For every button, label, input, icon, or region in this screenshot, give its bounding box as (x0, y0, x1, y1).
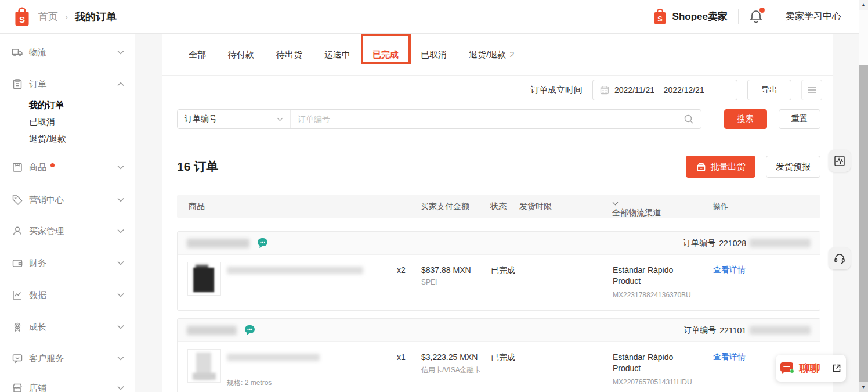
notification-bell-icon[interactable] (749, 9, 764, 24)
list-settings-button[interactable] (801, 80, 822, 100)
date-range-picker[interactable]: 2022/11/21 – 2022/12/21 (592, 80, 737, 100)
performance-monitor-button[interactable] (829, 150, 851, 172)
order-card: 订单编号 221101 规格: 2 metros x1 $3,223.25 MX… (177, 318, 820, 392)
page-scrollbar[interactable]: ▲ ▼ (859, 0, 868, 392)
sidebar-item-my-orders[interactable]: 我的订单 (0, 96, 135, 114)
product-image[interactable] (187, 349, 221, 383)
column-amount: 买家支付金额 (421, 202, 469, 212)
order-count: 16 订单 (177, 159, 218, 175)
product-spec: 规格: 2 metros (227, 378, 272, 388)
sidebar-label: 退货/退款 (29, 134, 66, 145)
search-row: 订单编号 搜索 重置 (177, 109, 820, 129)
sidebar-item-customer-service[interactable]: 客户服务 (0, 350, 135, 367)
sidebar-label: 已取消 (29, 117, 55, 128)
chat-buyer-icon[interactable] (258, 238, 269, 249)
order-quantity: x1 (397, 353, 406, 362)
sidebar-item-marketing[interactable]: 营销中心 (0, 191, 135, 208)
logistics-channel: Estándar Rápido Product (613, 352, 688, 374)
scroll-down-button[interactable]: ▼ (859, 382, 868, 392)
chevron-up-icon (117, 82, 124, 87)
new-badge-dot (50, 163, 55, 167)
sidebar-item-growth[interactable]: 成长 (0, 318, 135, 336)
view-details-link[interactable]: 查看详情 (713, 265, 746, 275)
breadcrumb-home[interactable]: 首页 (38, 10, 58, 23)
breadcrumb-separator-icon: › (65, 12, 68, 21)
chat-buyer-icon[interactable] (245, 325, 256, 336)
support-button[interactable] (829, 247, 851, 269)
brand-home-link[interactable]: S Shopee卖家 (652, 8, 728, 26)
logistics-channel-filter[interactable]: 全部物流渠道 (612, 202, 619, 206)
chevron-down-icon (117, 325, 124, 329)
chat-icon (780, 362, 794, 374)
export-button[interactable]: 导出 (747, 80, 791, 100)
logistics-cell: Estándar Rápido Product MX22317882413637… (613, 265, 691, 299)
order-number-value: 221028 (719, 239, 746, 248)
sidebar-item-finance[interactable]: 财务 (0, 254, 135, 272)
tab-cancelled[interactable]: 已取消 (421, 49, 447, 60)
view-details-link[interactable]: 查看详情 (713, 352, 746, 362)
sidebar-label: 数据 (29, 290, 46, 301)
reset-button[interactable]: 重置 (779, 109, 820, 129)
summary-row: 16 订单 批量出货 发货预报 (177, 156, 820, 178)
brand-name: Shopee卖家 (672, 10, 728, 23)
truck-icon (12, 46, 23, 58)
tab-unpaid[interactable]: 待付款 (228, 49, 254, 60)
bulk-ship-button[interactable]: 批量出货 (686, 156, 755, 178)
shopee-brand-icon: S (652, 8, 668, 26)
scroll-up-button[interactable]: ▲ (859, 0, 868, 10)
search-icon[interactable] (683, 114, 694, 124)
search-type-select[interactable]: 订单编号 (178, 110, 291, 128)
tab-shipping[interactable]: 运送中 (324, 49, 350, 60)
buyer-name-redacted (187, 239, 249, 248)
topbar-right: S Shopee卖家 卖家学习中心 (652, 8, 859, 26)
svg-text:S: S (19, 14, 25, 24)
sidebar-item-products[interactable]: 商品 (0, 159, 135, 176)
sidebar-item-orders[interactable]: 订单 (0, 75, 135, 93)
notification-dot (760, 8, 765, 13)
tab-all[interactable]: 全部 (189, 49, 206, 60)
sidebar-label: 商品 (29, 162, 46, 173)
column-deadline: 发货时限 (519, 202, 552, 212)
tab-returns[interactable]: 退货/退款2 (469, 49, 515, 60)
seller-learning-center-link[interactable]: 卖家学习中心 (786, 10, 841, 23)
sidebar-item-logistics[interactable]: 物流 (0, 44, 135, 61)
sidebar-label: 订单 (29, 79, 46, 90)
chevron-down-icon (117, 356, 124, 361)
tracking-number: MX22076570514311HDU (613, 378, 692, 386)
webchat-widget[interactable]: 聊聊 (776, 355, 846, 382)
search-input[interactable] (291, 114, 683, 124)
chevron-down-icon (117, 386, 124, 390)
tab-returns-label: 退货/退款 (469, 49, 506, 59)
order-card: 订单编号 221028 x2 $837.88 MXN SPEI 已完成 Está… (177, 231, 820, 311)
order-number: 订单编号 221101 (683, 325, 811, 336)
product-image[interactable] (187, 262, 221, 296)
clipboard-icon (12, 78, 23, 90)
shipping-forecast-button[interactable]: 发货预报 (766, 156, 820, 178)
hamburger-icon (808, 87, 816, 93)
channel-filter-label: 全部物流渠道 (612, 208, 661, 218)
search-button[interactable]: 搜索 (724, 109, 767, 129)
sidebar-item-cancelled[interactable]: 已取消 (0, 113, 135, 131)
payment-method: 信用卡/VISA金融卡 (421, 365, 486, 375)
sidebar-item-shop[interactable]: 店铺 (0, 379, 135, 392)
expand-chat-icon[interactable] (831, 363, 842, 373)
tab-completed[interactable]: 已完成 (372, 49, 399, 60)
seller-center-screen: S 首页 › 我的订单 S Shopee卖家 (0, 0, 868, 392)
chevron-down-icon (117, 50, 124, 55)
search-type-value: 订单编号 (185, 114, 217, 124)
sidebar-label: 我的订单 (29, 100, 64, 111)
sidebar-item-returns[interactable]: 退货/退款 (0, 130, 135, 148)
tab-to-ship[interactable]: 待出货 (276, 49, 302, 60)
sidebar-item-data[interactable]: 数据 (0, 286, 135, 304)
column-status: 状态 (490, 202, 507, 212)
pulse-monitor-icon (833, 154, 846, 167)
chevron-down-icon (117, 261, 124, 265)
order-card-body: 规格: 2 metros x1 $3,223.25 MXN 信用卡/VISA金融… (178, 342, 820, 392)
order-card-header: 订单编号 221101 (178, 319, 820, 342)
sidebar-label: 营销中心 (29, 195, 64, 206)
scrollbar-thumb[interactable] (859, 10, 868, 65)
sidebar-item-buyers[interactable]: 买家管理 (0, 222, 135, 240)
date-filter-row: 订单成立时间 2022/11/21 – 2022/12/21 导出 (530, 80, 822, 100)
order-status: 已完成 (491, 265, 515, 276)
shopee-logo-icon[interactable]: S (13, 6, 31, 27)
